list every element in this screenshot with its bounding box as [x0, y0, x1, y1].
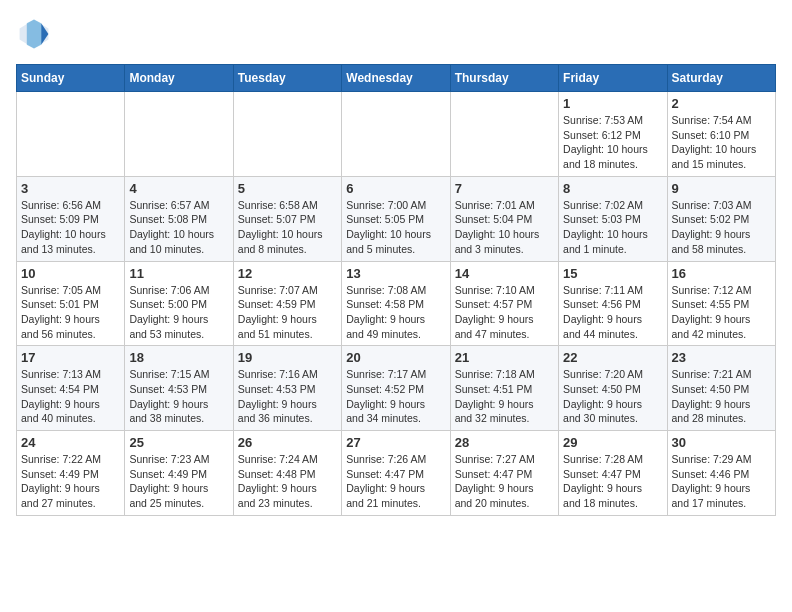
calendar-week-row: 3Sunrise: 6:56 AM Sunset: 5:09 PM Daylig… [17, 176, 776, 261]
day-number: 26 [238, 435, 337, 450]
day-number: 25 [129, 435, 228, 450]
calendar-header-friday: Friday [559, 65, 667, 92]
day-number: 12 [238, 266, 337, 281]
calendar-cell: 19Sunrise: 7:16 AM Sunset: 4:53 PM Dayli… [233, 346, 341, 431]
calendar-cell: 17Sunrise: 7:13 AM Sunset: 4:54 PM Dayli… [17, 346, 125, 431]
calendar-cell [233, 92, 341, 177]
calendar-cell [342, 92, 450, 177]
day-info: Sunrise: 7:20 AM Sunset: 4:50 PM Dayligh… [563, 367, 662, 426]
calendar-cell: 30Sunrise: 7:29 AM Sunset: 4:46 PM Dayli… [667, 431, 775, 516]
day-info: Sunrise: 7:13 AM Sunset: 4:54 PM Dayligh… [21, 367, 120, 426]
day-number: 11 [129, 266, 228, 281]
day-info: Sunrise: 7:03 AM Sunset: 5:02 PM Dayligh… [672, 198, 771, 257]
calendar-week-row: 17Sunrise: 7:13 AM Sunset: 4:54 PM Dayli… [17, 346, 776, 431]
day-number: 17 [21, 350, 120, 365]
day-number: 6 [346, 181, 445, 196]
day-info: Sunrise: 7:16 AM Sunset: 4:53 PM Dayligh… [238, 367, 337, 426]
day-info: Sunrise: 7:22 AM Sunset: 4:49 PM Dayligh… [21, 452, 120, 511]
day-info: Sunrise: 7:21 AM Sunset: 4:50 PM Dayligh… [672, 367, 771, 426]
day-number: 7 [455, 181, 554, 196]
day-number: 13 [346, 266, 445, 281]
day-number: 21 [455, 350, 554, 365]
day-number: 15 [563, 266, 662, 281]
calendar-cell: 25Sunrise: 7:23 AM Sunset: 4:49 PM Dayli… [125, 431, 233, 516]
calendar-cell: 6Sunrise: 7:00 AM Sunset: 5:05 PM Daylig… [342, 176, 450, 261]
calendar-cell: 23Sunrise: 7:21 AM Sunset: 4:50 PM Dayli… [667, 346, 775, 431]
day-number: 22 [563, 350, 662, 365]
calendar-header-tuesday: Tuesday [233, 65, 341, 92]
calendar-cell: 26Sunrise: 7:24 AM Sunset: 4:48 PM Dayli… [233, 431, 341, 516]
calendar-cell: 16Sunrise: 7:12 AM Sunset: 4:55 PM Dayli… [667, 261, 775, 346]
calendar-cell: 8Sunrise: 7:02 AM Sunset: 5:03 PM Daylig… [559, 176, 667, 261]
svg-marker-2 [27, 20, 41, 49]
day-info: Sunrise: 7:05 AM Sunset: 5:01 PM Dayligh… [21, 283, 120, 342]
day-info: Sunrise: 7:17 AM Sunset: 4:52 PM Dayligh… [346, 367, 445, 426]
calendar-cell: 4Sunrise: 6:57 AM Sunset: 5:08 PM Daylig… [125, 176, 233, 261]
calendar-header-row: SundayMondayTuesdayWednesdayThursdayFrid… [17, 65, 776, 92]
day-number: 24 [21, 435, 120, 450]
calendar-header-monday: Monday [125, 65, 233, 92]
day-info: Sunrise: 7:26 AM Sunset: 4:47 PM Dayligh… [346, 452, 445, 511]
logo-icon [16, 16, 52, 52]
calendar-cell: 20Sunrise: 7:17 AM Sunset: 4:52 PM Dayli… [342, 346, 450, 431]
calendar-header-saturday: Saturday [667, 65, 775, 92]
calendar-header-thursday: Thursday [450, 65, 558, 92]
day-number: 23 [672, 350, 771, 365]
day-info: Sunrise: 7:23 AM Sunset: 4:49 PM Dayligh… [129, 452, 228, 511]
day-number: 30 [672, 435, 771, 450]
day-info: Sunrise: 7:00 AM Sunset: 5:05 PM Dayligh… [346, 198, 445, 257]
day-info: Sunrise: 7:54 AM Sunset: 6:10 PM Dayligh… [672, 113, 771, 172]
calendar-header-sunday: Sunday [17, 65, 125, 92]
day-info: Sunrise: 7:02 AM Sunset: 5:03 PM Dayligh… [563, 198, 662, 257]
calendar-week-row: 24Sunrise: 7:22 AM Sunset: 4:49 PM Dayli… [17, 431, 776, 516]
day-info: Sunrise: 6:57 AM Sunset: 5:08 PM Dayligh… [129, 198, 228, 257]
day-info: Sunrise: 7:27 AM Sunset: 4:47 PM Dayligh… [455, 452, 554, 511]
calendar-cell: 2Sunrise: 7:54 AM Sunset: 6:10 PM Daylig… [667, 92, 775, 177]
calendar-cell: 5Sunrise: 6:58 AM Sunset: 5:07 PM Daylig… [233, 176, 341, 261]
day-number: 8 [563, 181, 662, 196]
calendar-cell: 28Sunrise: 7:27 AM Sunset: 4:47 PM Dayli… [450, 431, 558, 516]
calendar-cell: 11Sunrise: 7:06 AM Sunset: 5:00 PM Dayli… [125, 261, 233, 346]
calendar-cell: 9Sunrise: 7:03 AM Sunset: 5:02 PM Daylig… [667, 176, 775, 261]
day-info: Sunrise: 7:15 AM Sunset: 4:53 PM Dayligh… [129, 367, 228, 426]
calendar-week-row: 10Sunrise: 7:05 AM Sunset: 5:01 PM Dayli… [17, 261, 776, 346]
calendar-cell: 24Sunrise: 7:22 AM Sunset: 4:49 PM Dayli… [17, 431, 125, 516]
day-number: 10 [21, 266, 120, 281]
calendar-cell [17, 92, 125, 177]
day-info: Sunrise: 7:18 AM Sunset: 4:51 PM Dayligh… [455, 367, 554, 426]
day-info: Sunrise: 7:53 AM Sunset: 6:12 PM Dayligh… [563, 113, 662, 172]
day-info: Sunrise: 7:01 AM Sunset: 5:04 PM Dayligh… [455, 198, 554, 257]
day-number: 4 [129, 181, 228, 196]
calendar-cell: 14Sunrise: 7:10 AM Sunset: 4:57 PM Dayli… [450, 261, 558, 346]
day-info: Sunrise: 7:07 AM Sunset: 4:59 PM Dayligh… [238, 283, 337, 342]
calendar-cell: 22Sunrise: 7:20 AM Sunset: 4:50 PM Dayli… [559, 346, 667, 431]
calendar-cell [450, 92, 558, 177]
day-number: 1 [563, 96, 662, 111]
day-number: 3 [21, 181, 120, 196]
day-number: 14 [455, 266, 554, 281]
day-number: 16 [672, 266, 771, 281]
calendar-week-row: 1Sunrise: 7:53 AM Sunset: 6:12 PM Daylig… [17, 92, 776, 177]
calendar-cell: 13Sunrise: 7:08 AM Sunset: 4:58 PM Dayli… [342, 261, 450, 346]
day-info: Sunrise: 6:58 AM Sunset: 5:07 PM Dayligh… [238, 198, 337, 257]
page-header [16, 16, 776, 52]
day-info: Sunrise: 7:06 AM Sunset: 5:00 PM Dayligh… [129, 283, 228, 342]
day-number: 19 [238, 350, 337, 365]
day-number: 5 [238, 181, 337, 196]
calendar-cell: 1Sunrise: 7:53 AM Sunset: 6:12 PM Daylig… [559, 92, 667, 177]
day-info: Sunrise: 7:12 AM Sunset: 4:55 PM Dayligh… [672, 283, 771, 342]
calendar-cell: 27Sunrise: 7:26 AM Sunset: 4:47 PM Dayli… [342, 431, 450, 516]
day-info: Sunrise: 7:29 AM Sunset: 4:46 PM Dayligh… [672, 452, 771, 511]
logo [16, 16, 56, 52]
calendar-cell: 18Sunrise: 7:15 AM Sunset: 4:53 PM Dayli… [125, 346, 233, 431]
day-number: 28 [455, 435, 554, 450]
day-info: Sunrise: 7:11 AM Sunset: 4:56 PM Dayligh… [563, 283, 662, 342]
day-number: 18 [129, 350, 228, 365]
calendar-header-wednesday: Wednesday [342, 65, 450, 92]
calendar-cell: 29Sunrise: 7:28 AM Sunset: 4:47 PM Dayli… [559, 431, 667, 516]
calendar-cell: 3Sunrise: 6:56 AM Sunset: 5:09 PM Daylig… [17, 176, 125, 261]
calendar-cell: 10Sunrise: 7:05 AM Sunset: 5:01 PM Dayli… [17, 261, 125, 346]
day-number: 2 [672, 96, 771, 111]
calendar-cell: 15Sunrise: 7:11 AM Sunset: 4:56 PM Dayli… [559, 261, 667, 346]
calendar-table: SundayMondayTuesdayWednesdayThursdayFrid… [16, 64, 776, 516]
